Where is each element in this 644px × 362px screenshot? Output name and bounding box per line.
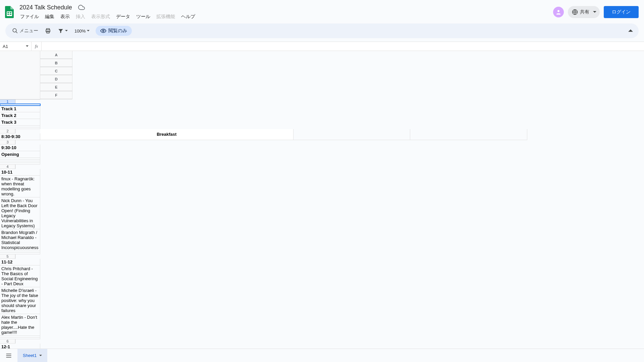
search-menus-label: メニュー <box>19 28 38 34</box>
all-sheets-button[interactable] <box>3 350 15 362</box>
menu-data[interactable]: データ <box>113 12 133 21</box>
search-icon <box>12 28 18 34</box>
eye-icon <box>100 28 106 34</box>
view-mode-pill[interactable]: 閲覧のみ <box>96 26 132 36</box>
cell-merged-2[interactable]: Breakfast <box>40 129 293 140</box>
cell-B1[interactable]: Track 1 <box>0 106 40 112</box>
menu-extensions: 拡張機能 <box>154 12 178 21</box>
cell-B5[interactable]: Chris Pritchard - The Basics of Social E… <box>0 265 40 287</box>
zoom-value: 100% <box>74 28 86 34</box>
cloud-saved-icon[interactable] <box>78 4 85 11</box>
col-header-E[interactable]: E <box>40 83 72 91</box>
menu-insert: 挿入 <box>73 12 88 21</box>
collapse-toolbar-button[interactable] <box>627 27 635 35</box>
filter-icon <box>58 28 64 34</box>
chevron-down-icon <box>26 45 29 48</box>
cell-B3[interactable]: Opening <box>0 151 40 158</box>
menu-file[interactable]: ファイル <box>17 12 42 21</box>
cell-B4[interactable]: finux - Ragnarök: when threat modelling … <box>0 176 40 197</box>
cell-D4[interactable]: Brandon Mcgrath / Michael Ranaldo - Stat… <box>0 229 40 251</box>
cell-D5[interactable]: Alex Martin - Don't hate the player....H… <box>0 314 40 336</box>
filter-views-button[interactable] <box>55 26 70 36</box>
signin-button[interactable]: ログイン <box>604 6 639 18</box>
svg-rect-1 <box>7 12 9 13</box>
row-header-4[interactable]: 4 <box>0 165 15 169</box>
col-header-F[interactable]: F <box>40 91 72 99</box>
row-header-5[interactable]: 5 <box>0 254 15 259</box>
formula-bar: A1 fx <box>0 42 644 51</box>
cell-F2[interactable] <box>410 129 527 140</box>
svg-point-7 <box>13 28 16 32</box>
col-header-C[interactable]: C <box>40 67 72 75</box>
print-button[interactable] <box>42 26 54 36</box>
cell-A3[interactable]: 9:30-10 <box>0 144 40 151</box>
menubar: ファイル 編集 表示 挿入 表示形式 データ ツール 拡張機能 ヘルプ <box>17 12 198 21</box>
cell-E2[interactable] <box>293 129 410 140</box>
grid[interactable]: ABCDEF1Track 1Track 2Track 328:30-9:30Br… <box>0 51 644 362</box>
cell-A2[interactable]: 8:30-9:30 <box>0 133 40 140</box>
chevron-down-icon <box>87 29 90 32</box>
cell-C5[interactable]: Michelle D'israeli - The joy of the fals… <box>0 287 40 314</box>
svg-point-5 <box>557 10 559 12</box>
menu-help[interactable]: ヘルプ <box>178 12 198 21</box>
menu-format: 表示形式 <box>89 12 113 21</box>
menu-view[interactable]: 表示 <box>58 12 72 21</box>
globe-icon <box>572 9 578 15</box>
svg-point-11 <box>103 30 104 32</box>
cell-C4[interactable]: Nick Dunn - You Left the Back Door Open!… <box>0 197 40 229</box>
chevron-down-icon <box>39 354 42 357</box>
svg-rect-3 <box>7 14 9 15</box>
toolbar: メニュー 100% 閲覧のみ <box>5 23 639 38</box>
col-header-A[interactable]: A <box>40 51 72 59</box>
formula-input[interactable] <box>42 42 644 51</box>
chevron-down-icon <box>65 29 68 32</box>
sheets-logo[interactable] <box>3 5 16 19</box>
menu-edit[interactable]: 編集 <box>42 12 57 21</box>
svg-rect-2 <box>10 12 11 13</box>
name-box-value: A1 <box>3 44 8 49</box>
view-mode-label: 閲覧のみ <box>108 28 127 34</box>
anon-avatar[interactable] <box>553 7 564 17</box>
menu-tools[interactable]: ツール <box>133 12 153 21</box>
svg-rect-4 <box>10 14 11 15</box>
col-header-B[interactable]: B <box>40 59 72 67</box>
row-header-2[interactable]: 2 <box>0 129 15 133</box>
share-label: 共有 <box>580 9 589 15</box>
cell-A5[interactable]: 11-12 <box>0 259 40 265</box>
cell-D1[interactable]: Track 3 <box>0 119 40 126</box>
row-header-6[interactable]: 6 <box>0 339 15 344</box>
cell-C1[interactable]: Track 2 <box>0 112 40 119</box>
sheet-tabs: Sheet1 <box>0 349 644 362</box>
row-header-1[interactable]: 1 <box>0 100 15 104</box>
header: 2024 Talk Schedule ファイル 編集 表示 挿入 表示形式 デー… <box>0 0 644 21</box>
sheet-tab-1[interactable]: Sheet1 <box>17 349 47 362</box>
cell-A4[interactable]: 10-11 <box>0 169 40 176</box>
share-dropdown[interactable] <box>590 6 600 18</box>
col-header-D[interactable]: D <box>40 75 72 83</box>
search-menus[interactable]: メニュー <box>9 26 41 36</box>
select-all-cell[interactable] <box>0 51 40 99</box>
name-box[interactable]: A1 <box>0 42 32 51</box>
print-icon <box>45 28 51 34</box>
row-header-3[interactable]: 3 <box>0 140 15 144</box>
zoom-select[interactable]: 100% <box>72 26 92 36</box>
sheet-tab-label: Sheet1 <box>23 353 37 358</box>
doc-title[interactable]: 2024 Talk Schedule <box>17 3 74 12</box>
fx-icon: fx <box>32 42 42 51</box>
